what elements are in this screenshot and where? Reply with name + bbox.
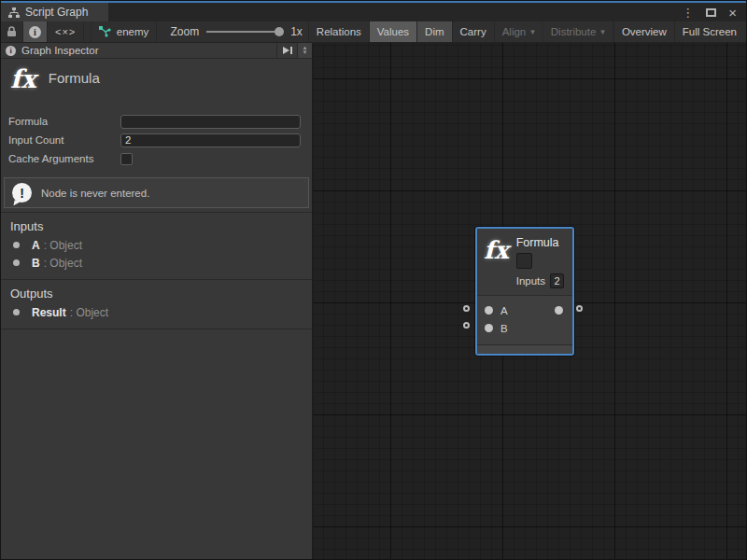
external-port-b[interactable] <box>463 322 470 329</box>
port-type: : Object <box>70 306 108 319</box>
toggle-values[interactable]: Values <box>370 21 417 42</box>
node-inputs-label: Inputs <box>516 275 545 287</box>
input-count-input[interactable] <box>120 133 301 147</box>
node-header-content: Formula Inputs 2 <box>516 233 564 295</box>
node-ports-section: A B <box>477 296 572 344</box>
inspector-toggle-button[interactable]: i <box>23 21 48 42</box>
node-title: Formula <box>516 236 564 249</box>
formula-input[interactable] <box>120 115 301 129</box>
unit-title-block: fx Formula <box>1 59 312 105</box>
external-port-result[interactable] <box>576 305 583 312</box>
panel-spinner[interactable]: ▲ ▼ <box>297 43 312 58</box>
unit-title: Formula <box>49 70 100 86</box>
graph-toolbar: i <×> enemy Zoom 1x Relations Values Dim… <box>1 21 746 43</box>
list-item-output-result: Result : Object <box>1 303 312 321</box>
tab-label: Script Graph <box>25 6 88 19</box>
unit-fields: Formula Input Count Cache Arguments <box>1 105 312 168</box>
lock-icon <box>7 26 17 37</box>
toggle-dim[interactable]: Dim <box>417 21 452 42</box>
titlebar: Script Graph ⋮ × <box>1 3 746 21</box>
outputs-section-header: Outputs <box>1 280 312 303</box>
port-name: Result <box>32 306 66 319</box>
divider <box>1 329 312 329</box>
input-port-a[interactable] <box>485 306 493 315</box>
port-dot-icon <box>13 309 20 315</box>
formula-node[interactable]: fx Formula Inputs 2 A <box>475 227 574 356</box>
inspector-header-controls: ▲ ▼ <box>276 43 312 58</box>
graph-inspector-panel: i Graph Inspector ▲ ▼ fx <box>1 43 314 559</box>
external-port-a[interactable] <box>463 305 470 312</box>
inspector-header: i Graph Inspector ▲ ▼ <box>1 43 312 59</box>
align-label: Align <box>502 26 527 37</box>
graph-reference-label: enemy <box>117 26 149 37</box>
tab-script-graph[interactable]: Script Graph <box>1 3 108 21</box>
maximize-icon[interactable] <box>706 8 716 17</box>
port-dot-icon <box>13 242 20 248</box>
node-inputs-row: Inputs 2 <box>516 273 564 288</box>
chevron-down-icon: ▾ <box>600 27 605 36</box>
warning-bubble-icon: ! <box>12 183 32 203</box>
toggle-carry[interactable]: Carry <box>453 21 495 42</box>
warning-box: ! Node is never entered. <box>4 177 309 208</box>
graph-reference-icon <box>99 26 111 37</box>
distribute-dropdown[interactable]: Distribute ▾ <box>543 21 613 42</box>
graph-hierarchy-icon <box>8 7 20 18</box>
window-controls: ⋮ × <box>682 3 746 21</box>
fx-icon: fx <box>484 236 509 295</box>
code-view-button[interactable]: <×> <box>48 21 84 42</box>
formula-field-row: Formula <box>8 112 301 131</box>
node-input-count[interactable]: 2 <box>550 273 564 288</box>
port-type: : Object <box>44 239 82 252</box>
close-icon[interactable]: × <box>728 6 737 20</box>
cache-arguments-checkbox[interactable] <box>120 153 133 165</box>
input-count-row: Input Count <box>8 131 301 149</box>
node-footer <box>477 344 572 354</box>
port-type: : Object <box>44 257 82 270</box>
zoom-label: Zoom <box>170 25 199 38</box>
warning-text: Node is never entered. <box>41 188 149 199</box>
output-port-result[interactable] <box>555 306 563 315</box>
port-dot-icon <box>13 259 20 266</box>
info-icon: i <box>6 46 16 56</box>
fullscreen-button[interactable]: Full Screen <box>675 21 746 42</box>
zoom-control: Zoom 1x <box>164 21 307 42</box>
toolbar-space <box>157 21 164 42</box>
input-count-label: Input Count <box>8 134 120 146</box>
lock-button[interactable] <box>1 21 23 42</box>
zoom-value: 1x <box>290 25 303 38</box>
align-dropdown[interactable]: Align ▾ <box>495 21 543 42</box>
inspector-title: Graph Inspector <box>21 45 98 56</box>
graph-canvas[interactable]: fx Formula Inputs 2 A <box>314 43 746 559</box>
zoom-slider-handle[interactable] <box>275 27 284 36</box>
window-menu-icon[interactable]: ⋮ <box>682 7 694 19</box>
node-port-b: B <box>477 319 572 337</box>
exclamation-icon: ! <box>20 186 24 201</box>
dock-panel-button[interactable] <box>276 43 297 58</box>
port-label: A <box>500 305 508 316</box>
formula-field-label: Formula <box>8 116 120 127</box>
main-split: i Graph Inspector ▲ ▼ fx <box>1 43 746 559</box>
list-item-input-a: A : Object <box>1 236 312 254</box>
overview-button[interactable]: Overview <box>613 21 675 42</box>
toolbar-gap <box>84 21 92 42</box>
port-name: B <box>32 257 40 270</box>
spacer <box>1 321 312 329</box>
node-formula-input[interactable] <box>516 253 532 269</box>
chevron-down-icon: ▾ <box>530 27 535 36</box>
spacer <box>1 272 312 279</box>
port-label: B <box>500 323 508 334</box>
formula-node-header[interactable]: fx Formula Inputs 2 <box>477 229 572 295</box>
fx-icon: fx <box>10 65 36 93</box>
cache-arguments-label: Cache Arguments <box>8 153 120 164</box>
graph-reference-button[interactable]: enemy <box>92 21 158 42</box>
toggle-relations[interactable]: Relations <box>308 21 370 42</box>
zoom-slider[interactable] <box>206 31 281 33</box>
info-icon: i <box>29 26 41 38</box>
list-item-input-b: B : Object <box>1 254 312 272</box>
spinner-down-icon: ▼ <box>303 50 308 55</box>
distribute-label: Distribute <box>551 26 597 37</box>
inputs-section-header: Inputs <box>1 213 312 236</box>
code-icon: <×> <box>55 26 76 37</box>
input-port-b[interactable] <box>485 324 493 332</box>
port-name: A <box>32 239 40 252</box>
